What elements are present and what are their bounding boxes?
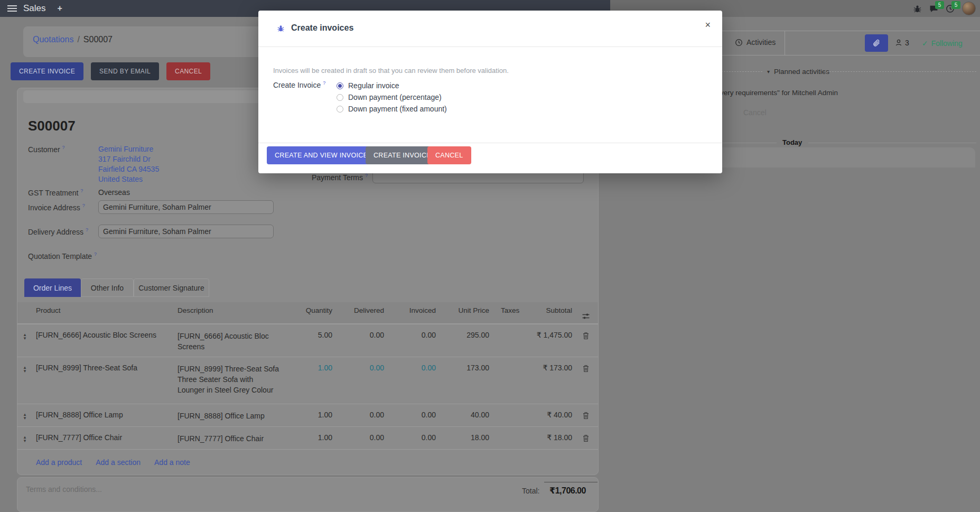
today-divider	[808, 143, 976, 143]
activities-button[interactable]: Activities	[735, 38, 776, 46]
tab-other-info[interactable]: Other Info	[81, 278, 134, 297]
delete-row-icon[interactable]	[572, 404, 599, 420]
terms-placeholder[interactable]: Terms and conditions...	[26, 485, 102, 494]
clock-icon	[735, 39, 743, 46]
attach-files-button[interactable]	[865, 34, 888, 52]
product-cell[interactable]: [FURN_8888] Office Lamp	[32, 404, 175, 424]
quotation-template-label: Quotation Template ?	[28, 252, 97, 260]
tab-order-lines[interactable]: Order Lines	[24, 278, 81, 297]
messages-icon[interactable]: 5	[929, 4, 938, 13]
gst-treatment-label: GST Treatment ?	[28, 188, 83, 197]
taxes-cell[interactable]	[489, 404, 521, 415]
tab-customer-signature[interactable]: Customer Signature	[134, 278, 209, 297]
unit-price-cell[interactable]: 173.00	[436, 357, 489, 377]
table-row: ▴▾ [FURN_6666] Acoustic Bloc Screens [FU…	[17, 324, 598, 357]
dashed-divider	[824, 71, 976, 72]
radio-icon	[337, 106, 343, 113]
drag-handle-icon[interactable]: ▴▾	[17, 324, 32, 340]
customer-country[interactable]: United States	[98, 174, 159, 184]
total-value: ₹1,706.00	[549, 486, 598, 496]
quantity-cell[interactable]: 5.00	[287, 324, 332, 344]
create-and-view-invoice-button[interactable]: CREATE AND VIEW INVOICE	[267, 146, 376, 164]
customer-label: Customer ?	[28, 145, 65, 154]
planned-activities-toggle[interactable]: ▾ Planned activities	[767, 68, 829, 76]
col-quantity[interactable]: Quantity	[287, 306, 332, 319]
add-product-link[interactable]: Add a product	[36, 458, 82, 467]
customer-city[interactable]: Fairfield CA 94535	[98, 164, 159, 174]
col-product[interactable]: Product	[32, 306, 175, 319]
invoice-address-input[interactable]	[98, 200, 274, 214]
delivery-address-label: Delivery Address ?	[28, 227, 88, 236]
breadcrumb: Quotations/S00007	[33, 35, 113, 44]
drag-handle-icon[interactable]: ▴▾	[17, 427, 32, 443]
col-description[interactable]: Description	[175, 305, 287, 321]
radio-icon	[337, 94, 343, 101]
table-header-row: Product Description Quantity Delivered I…	[17, 302, 598, 324]
messages-badge: 5	[935, 1, 944, 9]
product-cell[interactable]: [FURN_6666] Acoustic Bloc Screens	[32, 324, 175, 344]
col-subtotal[interactable]: Subtotal	[521, 306, 572, 319]
description-cell[interactable]: [FURN_8888] Office Lamp	[175, 404, 287, 426]
cancel-button[interactable]: CANCEL	[166, 62, 210, 80]
user-avatar[interactable]	[962, 2, 976, 15]
delivered-cell: 0.00	[332, 324, 384, 344]
bug-icon[interactable]	[913, 4, 922, 13]
app-name[interactable]: Sales	[23, 3, 46, 14]
send-by-email-button[interactable]: SEND BY EMAIL	[91, 62, 159, 80]
plus-icon[interactable]: +	[58, 4, 62, 13]
dialog-info-text: Invoices will be created in draft so tha…	[273, 67, 509, 75]
delivery-address-input[interactable]	[98, 225, 274, 238]
description-cell[interactable]: [FURN_7777] Office Chair	[175, 427, 287, 449]
radio-down-payment-fixed[interactable]: Down payment (fixed amount)	[337, 105, 447, 113]
col-delivered[interactable]: Delivered	[332, 306, 384, 319]
followers-button[interactable]: 3	[894, 39, 909, 47]
total-label: Total:	[522, 487, 539, 495]
optional-columns-icon[interactable]	[572, 305, 599, 320]
delete-row-icon[interactable]	[572, 357, 599, 373]
drag-handle-icon[interactable]: ▴▾	[17, 404, 32, 420]
product-cell[interactable]: [FURN_7777] Office Chair	[32, 427, 175, 446]
check-icon: ✓	[922, 39, 928, 48]
product-cell[interactable]: [FURN_8999] Three-Seat Sofa	[32, 357, 175, 377]
following-button[interactable]: ✓ Following	[922, 39, 963, 48]
unit-price-cell[interactable]: 40.00	[436, 404, 489, 424]
quantity-cell[interactable]: 1.00	[287, 404, 332, 424]
col-unit-price[interactable]: Unit Price	[436, 306, 489, 319]
breadcrumb-quotations-link[interactable]: Quotations	[33, 35, 73, 44]
quantity-cell[interactable]: 1.00	[287, 357, 332, 377]
unit-price-cell[interactable]: 295.00	[436, 324, 489, 344]
taxes-cell[interactable]	[489, 427, 521, 438]
breadcrumb-separator: /	[77, 35, 79, 44]
add-section-link[interactable]: Add a section	[96, 458, 141, 467]
activities-clock-icon[interactable]: 5	[946, 4, 955, 13]
unit-price-cell[interactable]: 18.00	[436, 427, 489, 446]
dialog-header: Create invoices ×	[258, 11, 722, 47]
description-cell[interactable]: [FURN_8999] Three-Seat Sofa Three Seater…	[175, 357, 287, 400]
create-invoice-button[interactable]: CREATE INVOICE	[11, 62, 83, 80]
col-invoiced[interactable]: Invoiced	[384, 306, 436, 319]
close-icon[interactable]: ×	[705, 20, 711, 30]
radio-down-payment-percentage[interactable]: Down payment (percentage)	[337, 93, 442, 101]
col-taxes[interactable]: Taxes	[489, 306, 521, 319]
radio-regular-invoice[interactable]: Regular invoice	[337, 81, 399, 90]
delivered-cell: 0.00	[332, 427, 384, 446]
activity-cancel-link[interactable]: Cancel	[743, 108, 767, 117]
customer-link[interactable]: Gemini Furniture	[98, 144, 159, 154]
taxes-cell[interactable]	[489, 357, 521, 368]
delete-row-icon[interactable]	[572, 427, 599, 442]
subtotal-cell: ₹ 18.00	[521, 427, 572, 446]
description-cell[interactable]: [FURN_6666] Acoustic Bloc Screens	[175, 324, 287, 357]
subtotal-cell: ₹ 1,475.00	[521, 324, 572, 344]
followers-count: 3	[905, 39, 909, 47]
gst-treatment-value[interactable]: Overseas	[98, 188, 130, 197]
add-note-link[interactable]: Add a note	[154, 458, 190, 467]
customer-value: Gemini Furniture 317 Fairchild Dr Fairfi…	[98, 144, 159, 184]
drag-handle-icon[interactable]: ▴▾	[17, 357, 32, 373]
taxes-cell[interactable]	[489, 324, 521, 336]
delete-row-icon[interactable]	[572, 324, 599, 340]
quantity-cell[interactable]: 1.00	[287, 427, 332, 446]
customer-street[interactable]: 317 Fairchild Dr	[98, 154, 159, 164]
apps-menu-icon[interactable]	[7, 5, 17, 12]
invoiced-cell: 0.00	[384, 427, 436, 446]
modal-cancel-button[interactable]: CANCEL	[427, 146, 471, 164]
